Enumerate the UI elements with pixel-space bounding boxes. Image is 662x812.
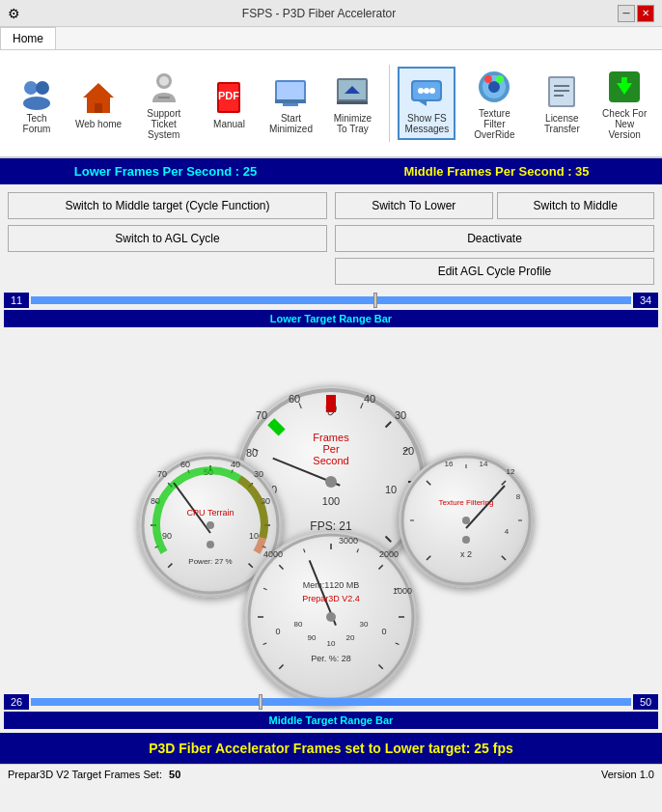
middle-slider-min: 26 <box>4 694 29 710</box>
svg-text:70: 70 <box>256 409 267 421</box>
svg-text:14: 14 <box>480 460 488 468</box>
svg-line-133 <box>427 481 430 485</box>
status-left-value: 50 <box>169 769 180 780</box>
svg-text:Per: Per <box>322 443 339 455</box>
middle-fps-bar: Middle Frames Per Second : 35 <box>331 158 662 184</box>
ribbon-item-check-new-version[interactable]: Check For New Version <box>594 63 654 145</box>
status-bar: Prepar3D V2 Target Frames Set: 50 Versio… <box>0 764 662 784</box>
ribbon-item-support[interactable]: Support Ticket System <box>131 63 196 145</box>
svg-line-47 <box>386 422 392 428</box>
svg-text:4000: 4000 <box>263 549 283 559</box>
ribbon-item-tech-forum[interactable]: Tech Forum <box>8 68 66 139</box>
svg-text:10: 10 <box>327 639 336 648</box>
svg-point-2 <box>23 97 50 110</box>
separator-1 <box>389 65 390 142</box>
bottom-gauge: 0 1000 2000 3000 4000 0 Mem:1120 MB Prep… <box>244 530 418 704</box>
deactivate-button[interactable]: Deactivate <box>335 225 654 252</box>
svg-point-21 <box>418 88 424 94</box>
check-new-version-icon <box>605 68 644 106</box>
svg-text:80: 80 <box>294 620 303 629</box>
svg-line-135 <box>502 481 506 485</box>
svg-line-108 <box>357 549 358 553</box>
svg-line-112 <box>396 643 400 644</box>
svg-text:60: 60 <box>180 460 190 469</box>
switch-to-lower-button[interactable]: Switch To Lower <box>335 192 493 219</box>
svg-text:Prepar3D V2.4: Prepar3D V2.4 <box>302 594 360 603</box>
minimize-to-tray-icon <box>333 72 372 111</box>
lower-slider-section: 11 34 Lower Target Range Bar <box>0 293 662 327</box>
svg-line-120 <box>301 560 345 625</box>
ribbon-item-minimize-to-tray[interactable]: Minimize To Tray <box>323 68 381 139</box>
svg-text:2000: 2000 <box>379 549 399 559</box>
svg-line-104 <box>263 588 267 590</box>
minimize-to-tray-label: Minimize To Tray <box>334 113 372 134</box>
gauge-cluster: 0 10 20 30 40 50 60 70 80 90 100 <box>128 337 534 685</box>
ribbon-item-license-transfer[interactable]: License Transfer <box>533 68 591 139</box>
svg-rect-14 <box>283 103 298 106</box>
svg-text:12: 12 <box>507 467 515 476</box>
texture-filter-icon <box>475 68 513 106</box>
switch-to-middle-target-button[interactable]: Switch to Middle target (Cycle Function) <box>8 192 327 219</box>
web-home-icon <box>79 78 118 117</box>
tech-forum-label: Tech Forum <box>13 113 61 134</box>
ribbon-item-show-fs-messages[interactable]: Show FS Messages <box>398 67 455 140</box>
middle-slider-max: 50 <box>633 694 658 710</box>
lower-slider-label: Lower Target Range Bar <box>4 310 658 327</box>
svg-line-106 <box>304 549 305 553</box>
lower-slider-min: 11 <box>4 293 29 308</box>
svg-text:x 2: x 2 <box>460 549 472 559</box>
svg-rect-17 <box>337 101 368 104</box>
svg-point-29 <box>496 75 504 83</box>
edit-agl-cycle-profile-button[interactable]: Edit AGL Cycle Profile <box>335 258 654 285</box>
svg-text:Power: 27 %: Power: 27 % <box>188 557 232 566</box>
svg-point-28 <box>484 75 492 83</box>
app-icon: ⚙ <box>8 6 20 21</box>
lower-fps-bar: Lower Frames Per Second : 25 <box>0 158 331 184</box>
ribbon-item-texture-filter[interactable]: Texture Filter OverRide <box>459 63 529 145</box>
svg-point-97 <box>207 541 214 548</box>
svg-text:10: 10 <box>385 484 397 495</box>
switch-to-middle-button[interactable]: Switch to Middle <box>497 192 655 219</box>
middle-slider-section: 26 50 Middle Target Range Bar <box>0 694 662 729</box>
svg-text:70: 70 <box>157 469 167 479</box>
middle-slider-label: Middle Target Range Bar <box>4 712 658 729</box>
web-home-label: Web home <box>75 119 122 129</box>
status-left: Prepar3D V2 Target Frames Set: 50 <box>8 769 180 780</box>
minimize-button[interactable]: ─ <box>618 5 635 22</box>
svg-text:3000: 3000 <box>339 536 358 546</box>
svg-text:30: 30 <box>254 469 263 479</box>
svg-point-96 <box>207 521 214 529</box>
svg-rect-63 <box>326 395 336 412</box>
fps-bars: Lower Frames Per Second : 25 Middle Fram… <box>0 158 662 184</box>
svg-line-102 <box>263 643 267 644</box>
svg-rect-7 <box>158 97 170 98</box>
ribbon-item-manual[interactable]: PDF Manual <box>200 73 258 134</box>
controls-right: Switch To Lower Switch to Middle Deactiv… <box>335 192 654 285</box>
svg-text:Frames: Frames <box>313 432 349 443</box>
manual-label: Manual <box>213 119 245 129</box>
show-fs-messages-icon <box>407 72 446 111</box>
tab-home[interactable]: Home <box>0 27 56 49</box>
svg-line-46 <box>361 403 363 408</box>
svg-text:8: 8 <box>516 492 521 501</box>
status-right: Version 1.0 <box>601 769 654 780</box>
close-button[interactable]: ✕ <box>637 5 654 22</box>
ribbon-item-web-home[interactable]: Web home <box>69 73 127 134</box>
ribbon-content: Tech Forum Web home Suppor <box>0 50 662 156</box>
ribbon-item-start-minimized[interactable]: Start Minimized <box>262 68 319 139</box>
svg-text:0: 0 <box>381 627 386 636</box>
svg-text:Texture Filtering: Texture Filtering <box>439 498 494 507</box>
switch-to-agl-cycle-button[interactable]: Switch to AGL Cycle <box>8 225 327 252</box>
check-new-version-label: Check For New Version <box>599 108 649 140</box>
license-transfer-label: License Transfer <box>544 113 580 134</box>
svg-point-1 <box>36 81 49 95</box>
svg-line-101 <box>279 664 283 668</box>
svg-text:PDF: PDF <box>218 90 239 101</box>
svg-text:Per. %: 28: Per. %: 28 <box>311 654 351 663</box>
gauge-area: 0 10 20 30 40 50 60 70 80 90 100 <box>0 327 662 694</box>
svg-point-27 <box>488 81 500 93</box>
title-bar: ⚙ FSPS - P3D Fiber Accelerator ─ ✕ <box>0 0 662 27</box>
svg-rect-37 <box>621 77 627 85</box>
show-fs-messages-label: Show FS Messages <box>405 113 450 134</box>
svg-point-6 <box>159 76 169 86</box>
